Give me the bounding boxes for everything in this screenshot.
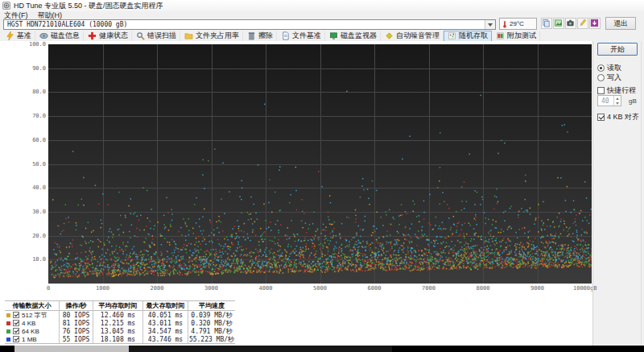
toolbar-button-error-scan-magnifier[interactable]: 错误扫描 (132, 31, 180, 42)
transfer-size-label: 512 字节 (22, 311, 47, 320)
toolbar-button-label: 文件夹占用率 (196, 31, 239, 41)
stepper-arrows[interactable] (613, 96, 621, 106)
temperature-indicator: 29°C (499, 18, 537, 30)
toolbar-button-file-benchmark[interactable]: 文件基准 (277, 31, 325, 42)
result-row: 64 KB76 IOPS13.045 ms34.547 ms4.791 MB/秒 (5, 327, 235, 335)
toolbar-button-extra-tests[interactable]: 附加测试 (492, 31, 540, 42)
align-4kb-checkbox[interactable]: 4 KB 对齐 (597, 112, 639, 122)
radio-icon (597, 64, 605, 72)
error-scan-magnifier-icon (136, 31, 146, 41)
exit-button[interactable]: 退出 (605, 17, 636, 30)
toolbar-button-label: 磁盘信息 (51, 31, 80, 41)
toolbar-button-aam-diamond[interactable]: 自动噪音管理 (381, 31, 444, 42)
y-tick-label: 40.0 (26, 184, 46, 191)
series-checkbox[interactable] (13, 312, 19, 318)
toolbar-button-label: 错误扫描 (147, 31, 176, 41)
triangle-down-icon (616, 102, 619, 105)
toolbar-button-label: 磁盘监视器 (341, 31, 377, 41)
max-access-value: 40.051 ms (143, 311, 188, 319)
y-tick-label: 100.0 (26, 41, 46, 48)
write-radio[interactable]: 写入 (597, 72, 621, 83)
avg-speed-value: 0.039 MB/秒 (188, 311, 235, 319)
benchmark-lightning-icon (6, 31, 15, 41)
drive-select-value: HGST HDN721010ALE604 (10000 gB) (7, 21, 127, 28)
title-bar: HD Tune 专业版 5.50 - 硬盘/固态硬盘实用程序 (0, 0, 644, 11)
iops-value: 55 IOPS (60, 335, 93, 343)
taskbar-strip (0, 346, 644, 352)
camera-button[interactable] (565, 18, 576, 29)
series-color-swatch (6, 338, 10, 342)
drive-select-arrow[interactable] (485, 20, 495, 29)
series-checkbox[interactable] (13, 320, 19, 326)
erase-trash-icon (247, 31, 257, 41)
avg-access-value: 18.108 ms (93, 335, 143, 343)
toolbar-button-folder-usage[interactable]: 文件夹占用率 (180, 31, 243, 42)
panel-divider-right (641, 41, 642, 346)
x-tick-label: 4000 (259, 285, 273, 292)
toolbar-button-benchmark-lightning[interactable]: 基准 (2, 31, 35, 42)
download-icon (590, 19, 600, 28)
start-button[interactable]: 开始 (597, 43, 638, 56)
toolbar-button-random-access[interactable]: 随机存取 (444, 31, 492, 42)
short-stroke-size-stepper[interactable]: 40 (597, 95, 621, 106)
iops-value: 80 IOPS (60, 311, 93, 319)
copy-button[interactable] (541, 18, 552, 29)
column-header: 平均速度 (188, 301, 235, 311)
random-access-icon (448, 31, 457, 41)
chart-panel: 100.090.080.070.060.050.040.030.020.010.… (0, 41, 593, 346)
result-row-label-cell: 512 字节 (5, 311, 60, 319)
series-color-swatch (6, 313, 10, 317)
drive-select[interactable]: HGST HDN721010ALE604 (10000 gB) (3, 19, 496, 30)
toolbar-button-label: 文件基准 (292, 31, 321, 41)
y-tick-label: 90.0 (26, 65, 46, 72)
y-tick-label: 80.0 (26, 89, 46, 95)
triangle-up-icon (616, 97, 619, 100)
folder-usage-icon (184, 31, 194, 41)
x-tick-label: 2000 (151, 285, 164, 292)
y-tick-label: 10.0 (26, 256, 46, 263)
toolbar-button-erase-trash[interactable]: 擦除 (243, 31, 277, 42)
transfer-size-label: 1 MB (22, 336, 37, 343)
toolbar-button-disk-monitor[interactable]: 磁盘监视器 (325, 31, 381, 42)
toolbar-button-disk-info[interactable]: 磁盘信息 (35, 31, 84, 42)
x-tick-label: 6000 (368, 285, 382, 292)
x-tick-label: 10000gB (573, 285, 597, 292)
max-access-value: 43.011 ms (143, 319, 188, 327)
checkbox-icon (597, 87, 605, 94)
x-tick-label: 0 (47, 285, 50, 292)
result-row-label-cell: 4 KB (5, 319, 60, 327)
health-cross-icon (88, 31, 97, 41)
toolbar-button-label: 随机存取 (459, 31, 488, 41)
avg-access-value: 12.215 ms (93, 319, 143, 327)
app-icon (2, 2, 10, 10)
toolbar-button-label: 健康状态 (99, 31, 128, 41)
iops-value: 76 IOPS (60, 327, 93, 335)
avg-speed-value: 4.791 MB/秒 (188, 327, 235, 335)
result-row-label-cell: 1 MB (5, 335, 60, 343)
y-tick-label: 30.0 (26, 209, 46, 215)
random-access-chart (48, 44, 592, 284)
stepper-down[interactable] (614, 101, 621, 106)
transfer-size-label: 4 KB (22, 320, 35, 327)
max-access-value: 43.746 ms (143, 335, 188, 343)
column-header: 最大存取时间 (143, 301, 188, 311)
pencil-button[interactable] (577, 18, 588, 29)
camera-icon (566, 19, 576, 28)
temperature-value: 29°C (510, 20, 524, 27)
toolbar-button-health-cross[interactable]: 健康状态 (84, 31, 132, 42)
stepper-unit-label: gB (629, 97, 637, 105)
x-tick-label: 9000 (530, 285, 544, 292)
series-checkbox[interactable] (13, 336, 19, 342)
chevron-down-icon (488, 23, 493, 27)
extra-tests-icon (496, 31, 506, 41)
series-checkbox[interactable] (13, 328, 19, 334)
x-tick-label: 1000 (96, 285, 109, 292)
download-button[interactable] (589, 18, 601, 29)
y-tick-label: 70.0 (26, 113, 46, 119)
column-header: 平均存取时间 (93, 301, 143, 311)
series-color-swatch (6, 329, 10, 333)
y-tick-label: 60.0 (26, 137, 46, 143)
column-header: 传输数据大小 (5, 301, 60, 311)
radio-icon (597, 74, 605, 81)
save-image-button[interactable] (553, 18, 564, 29)
